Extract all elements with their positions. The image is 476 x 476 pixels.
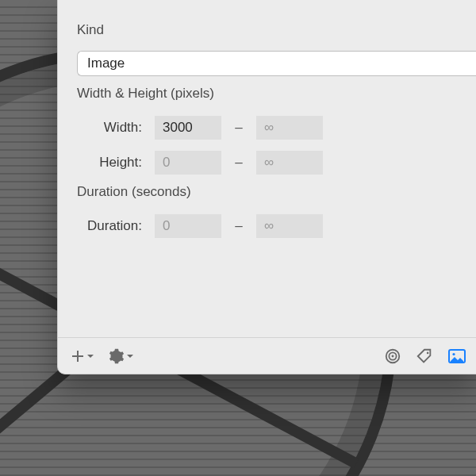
duration-min-input[interactable] xyxy=(155,214,221,238)
gear-icon xyxy=(109,348,125,364)
plus-icon xyxy=(71,349,85,363)
filter-panel: Kind Image Width & Height (pixels) Width… xyxy=(57,0,476,374)
svg-point-5 xyxy=(452,352,455,355)
width-min-input[interactable] xyxy=(155,116,221,140)
height-min-input[interactable] xyxy=(155,151,221,175)
image-icon xyxy=(447,347,466,365)
svg-point-3 xyxy=(427,351,429,354)
panel-toolbar xyxy=(58,337,476,374)
chevron-down-icon xyxy=(86,352,94,360)
height-range-dash: – xyxy=(231,155,247,171)
height-row: Height: – xyxy=(77,149,476,176)
image-view-button[interactable] xyxy=(447,347,466,365)
width-max-input[interactable] xyxy=(256,116,323,140)
chevron-down-icon xyxy=(126,352,134,360)
height-label: Height: xyxy=(77,155,145,171)
width-range-dash: – xyxy=(231,120,247,136)
kind-dropdown[interactable]: Image xyxy=(77,51,476,76)
height-max-input[interactable] xyxy=(256,151,323,175)
size-section-label: Width & Height (pixels) xyxy=(77,86,476,102)
add-filter-button[interactable] xyxy=(71,349,94,363)
duration-max-input[interactable] xyxy=(256,214,323,238)
duration-range-dash: – xyxy=(231,218,247,234)
settings-button[interactable] xyxy=(109,348,134,364)
tag-view-button[interactable] xyxy=(416,347,433,365)
duration-row: Duration: – xyxy=(77,213,476,240)
kind-value: Image xyxy=(87,56,125,71)
target-view-button[interactable] xyxy=(384,347,401,365)
width-row: Width: – xyxy=(77,114,476,141)
duration-section-label: Duration (seconds) xyxy=(77,184,476,200)
width-label: Width: xyxy=(77,120,145,136)
kind-label: Kind xyxy=(77,22,476,38)
tag-icon xyxy=(416,347,433,365)
svg-point-2 xyxy=(392,355,394,357)
duration-label: Duration: xyxy=(77,218,145,234)
target-icon xyxy=(384,347,401,365)
